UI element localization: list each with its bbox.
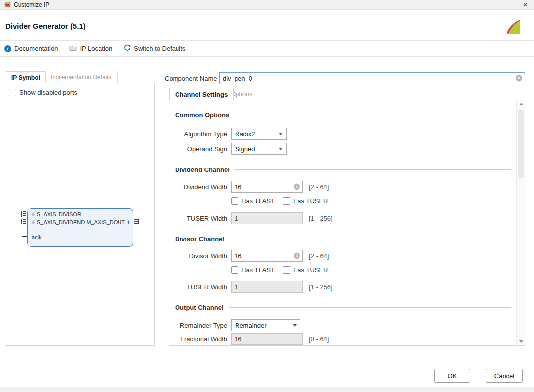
bus-pin-icon	[21, 211, 26, 217]
port-aclk: aclk	[32, 234, 42, 240]
section-rule	[229, 239, 511, 239]
dividend-width-row: Dividend Width ✕ [2 - 64]	[169, 181, 329, 193]
tuser-width-range: [1 - 256]	[309, 215, 333, 222]
has-tlast-label: Has TLAST	[241, 266, 275, 274]
documentation-button[interactable]: i Documentation	[4, 45, 58, 52]
section-title: Common Options	[175, 112, 229, 119]
chevron-down-icon	[279, 133, 283, 135]
section-rule	[234, 115, 511, 115]
customize-ip-icon	[4, 1, 11, 8]
divisor-tuser-width-row: TUSER Width [1 - 256]	[169, 281, 333, 293]
has-tuser-label: Has TUSER	[293, 197, 328, 205]
dividend-tuser-width-row: TUSER Width [1 - 256]	[169, 212, 333, 224]
show-disabled-ports-checkbox[interactable]: Show disabled ports	[9, 89, 77, 96]
expand-plus-icon[interactable]: +	[127, 220, 130, 225]
port-label: S_AXIS_DIVISOR	[37, 211, 81, 217]
divisor-width-range: [2 - 64]	[309, 252, 329, 260]
page-title: Divider Generator (5.1)	[5, 22, 86, 30]
port-label: aclk	[32, 234, 42, 240]
tuser-width-label: TUSER Width	[169, 215, 227, 222]
tab-channel-settings[interactable]: Channel Settings	[169, 88, 234, 100]
folder-icon	[69, 45, 77, 52]
expand-plus-icon[interactable]: +	[31, 220, 35, 225]
tab-implementation-details[interactable]: Implementation Details	[45, 71, 118, 83]
has-tlast-label: Has TLAST	[241, 197, 275, 205]
divisor-tuser-width-field	[231, 281, 303, 293]
tuser-width-label: TUSER Width	[169, 283, 227, 291]
remainder-type-select[interactable]: Remainder	[231, 319, 300, 331]
switch-to-defaults-button[interactable]: Switch to Defaults	[124, 44, 185, 53]
ok-button[interactable]: OK	[434, 369, 470, 383]
cancel-button[interactable]: Cancel	[486, 369, 523, 383]
dividend-has-tlast-checkbox[interactable]: Has TLAST	[231, 197, 275, 205]
scroll-down-icon[interactable]	[519, 340, 523, 343]
clear-icon[interactable]: ✕	[294, 184, 300, 190]
customize-ip-dialog: Customize IP ✕ Divider Generator (5.1) i…	[0, 0, 534, 392]
remainder-type-label: Remainder Type	[169, 322, 227, 329]
cancel-label: Cancel	[494, 372, 514, 380]
header-separator	[0, 40, 534, 41]
refresh-icon	[124, 44, 131, 53]
info-icon: i	[4, 45, 11, 52]
dividend-has-tuser-checkbox[interactable]: Has TUSER	[283, 197, 328, 205]
section-rule	[235, 169, 511, 170]
port-s-axis-divisor: + S_AXIS_DIVISOR	[31, 211, 81, 217]
toolbar: i Documentation IP Location Switch to De…	[4, 44, 185, 53]
divisor-width-input[interactable]	[231, 250, 303, 262]
clear-icon[interactable]: ✕	[516, 75, 522, 82]
section-title: Output Channel	[175, 304, 224, 311]
expand-plus-icon[interactable]: +	[31, 212, 35, 217]
tuser-width-range: [1 - 256]	[309, 283, 333, 291]
fractional-width-label: Fractional Width	[169, 336, 227, 343]
divisor-tuser-width-input	[231, 281, 303, 293]
dividend-width-range: [2 - 64]	[309, 183, 329, 191]
divisor-has-tlast-checkbox[interactable]: Has TLAST	[231, 266, 275, 274]
tab-options-label: Options	[231, 90, 253, 98]
chevron-down-icon	[293, 324, 297, 327]
dividend-width-label: Dividend Width	[169, 183, 227, 191]
divisor-width-row: Divisor Width ✕ [2 - 64]	[169, 250, 329, 262]
operand-sign-select[interactable]: Signed	[231, 143, 287, 155]
checkbox-icon	[9, 89, 16, 96]
vivado-logo-icon	[506, 19, 521, 37]
remainder-type-value: Remainder	[235, 322, 267, 329]
fractional-width-input	[231, 333, 303, 345]
algorithm-type-value: Radix2	[235, 130, 255, 138]
dividend-width-input[interactable]	[231, 181, 303, 193]
show-disabled-ports-label: Show disabled ports	[19, 89, 77, 96]
fractional-width-row: Fractional Width [0 - 64]	[169, 333, 329, 345]
dividend-tuser-width-input	[231, 212, 303, 224]
dividend-tuser-width-field	[231, 212, 303, 224]
checkbox-icon	[283, 266, 290, 274]
tab-ip-symbol-label: IP Symbol	[11, 74, 40, 81]
port-label: S_AXIS_DIVIDEND	[37, 219, 85, 225]
clear-icon[interactable]: ✕	[294, 253, 300, 259]
tab-ip-symbol[interactable]: IP Symbol	[6, 71, 46, 83]
vertical-scrollbar[interactable]	[516, 100, 525, 345]
checkbox-icon	[283, 197, 290, 205]
component-name-label: Component Name	[165, 75, 217, 82]
ip-symbol-diagram: + S_AXIS_DIVISOR + S_AXIS_DIVIDEND M_AXI…	[27, 208, 133, 247]
section-divisor-channel: Divisor Channel	[175, 235, 511, 243]
bus-pin-icon	[21, 219, 26, 224]
component-name-field: ✕	[219, 72, 525, 84]
algorithm-type-label: Algorithm Type	[169, 130, 227, 138]
fractional-width-field	[231, 333, 303, 345]
dialog-bottom-edge	[0, 387, 534, 392]
component-name-input[interactable]	[219, 72, 525, 84]
divisor-has-tuser-checkbox[interactable]: Has TUSER	[283, 266, 328, 274]
has-tuser-label: Has TUSER	[293, 266, 328, 274]
section-dividend-channel: Dividend Channel	[175, 166, 511, 173]
chevron-down-icon	[279, 148, 283, 150]
close-icon[interactable]: ✕	[521, 1, 530, 8]
algorithm-type-select[interactable]: Radix2	[231, 128, 287, 140]
divisor-flags-row: Has TLAST Has TUSER	[231, 266, 328, 274]
tab-implementation-details-label: Implementation Details	[51, 74, 111, 81]
scrollbar-thumb[interactable]	[518, 109, 524, 178]
window-title: Customize IP	[14, 1, 49, 8]
fractional-width-range: [0 - 64]	[309, 336, 329, 343]
section-rule	[229, 307, 511, 308]
scroll-up-icon[interactable]	[519, 103, 523, 105]
ip-location-label: IP Location	[80, 45, 112, 52]
ip-location-button[interactable]: IP Location	[69, 45, 112, 52]
